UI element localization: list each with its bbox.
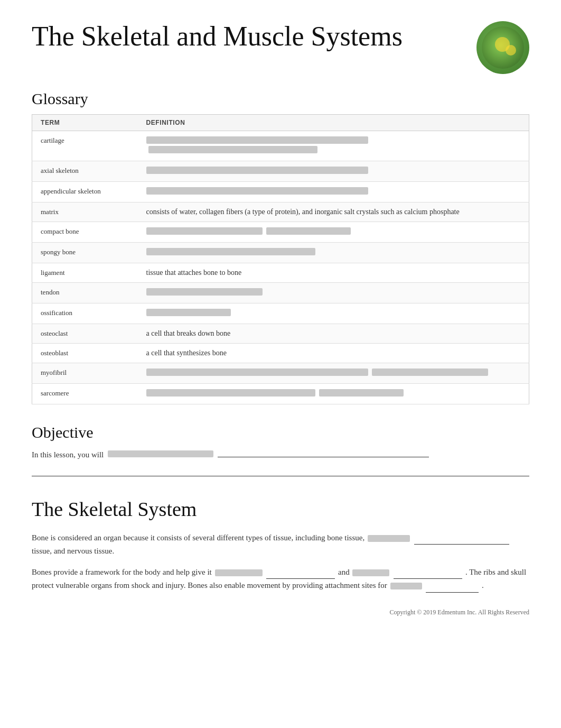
skeletal-paragraph-1: Bone is considered an organ because it c… <box>32 531 529 558</box>
blank-shape[interactable] <box>266 578 335 579</box>
table-row: sarcomere <box>32 384 529 404</box>
term-cell: cartilage <box>32 131 138 161</box>
table-row: ossification <box>32 303 529 324</box>
term-cell: compact bone <box>32 222 138 243</box>
definition-cell: consists of water, collagen fibers (a ty… <box>138 202 529 222</box>
definition-cell <box>138 131 529 161</box>
blurred-definition-2 <box>266 227 351 235</box>
p2-text-mid: and <box>338 568 350 576</box>
table-row: ligament tissue that attaches bone to bo… <box>32 263 529 283</box>
skeletal-paragraph-2: Bones provide a framework for the body a… <box>32 566 529 593</box>
blurred-definition <box>146 309 231 316</box>
definition-cell: tissue that attaches bone to bone <box>138 263 529 283</box>
definition-cell: a cell that breaks down bone <box>138 324 529 344</box>
objective-prefix: In this lesson, you will <box>32 448 104 462</box>
blurred-definition <box>146 368 368 376</box>
blank-support[interactable] <box>394 578 462 579</box>
blurred-definition <box>146 288 263 296</box>
term-cell: axial skeleton <box>32 161 138 182</box>
definition-cell <box>138 182 529 202</box>
definition-cell <box>138 243 529 263</box>
blurred-definition <box>146 248 315 255</box>
table-row: appendicular skeleton <box>32 182 529 202</box>
definition-cell <box>138 384 529 404</box>
p2-text-start: Bones provide a framework for the body a… <box>32 568 212 576</box>
table-row: osteoclast a cell that breaks down bone <box>32 324 529 344</box>
table-row: matrix consists of water, collagen fiber… <box>32 202 529 222</box>
blurred-support <box>352 569 389 576</box>
column-term-header: TERM <box>32 115 138 131</box>
term-cell: osteoclast <box>32 324 138 344</box>
blurred-objective <box>108 450 213 457</box>
term-cell: myofibril <box>32 363 138 384</box>
term-cell: spongy bone <box>32 243 138 263</box>
term-cell: tendon <box>32 283 138 303</box>
term-cell: osteoblast <box>32 344 138 363</box>
page-header: The Skeletal and Muscle Systems <box>32 21 529 74</box>
table-row: spongy bone <box>32 243 529 263</box>
definition-cell: a cell that synthesizes bone <box>138 344 529 363</box>
definition-cell <box>138 303 529 324</box>
blurred-definition <box>146 136 368 144</box>
logo-image <box>476 21 529 74</box>
skeletal-title: The Skeletal System <box>32 497 529 521</box>
blurred-definition <box>146 227 263 235</box>
blurred-definition <box>146 167 368 174</box>
objective-section: Objective In this lesson, you will <box>32 423 529 476</box>
page-title: The Skeletal and Muscle Systems <box>32 21 403 51</box>
blurred-definition-2 <box>372 368 488 376</box>
objective-line: In this lesson, you will <box>32 448 529 469</box>
blurred-definition <box>146 187 368 195</box>
definition-cell <box>138 222 529 243</box>
blurred-definition-2 <box>319 389 404 397</box>
term-cell: sarcomere <box>32 384 138 404</box>
copyright: Copyright © 2019 Edmentum Inc. All Right… <box>32 609 529 616</box>
table-row: osteoblast a cell that synthesizes bone <box>32 344 529 363</box>
objective-title: Objective <box>32 423 529 441</box>
blurred-muscles <box>390 583 422 589</box>
p1-text-end: tissue, and nervous tissue. <box>32 547 114 555</box>
table-row: tendon <box>32 283 529 303</box>
glossary-section: Glossary TERM DEFINITION cartilage axial… <box>32 90 529 404</box>
copyright-text: Copyright © 2019 Edmentum Inc. All Right… <box>390 609 529 616</box>
glossary-title: Glossary <box>32 90 529 108</box>
blurred-shape <box>215 569 263 576</box>
column-definition-header: DEFINITION <box>138 115 529 131</box>
skeletal-section: The Skeletal System Bone is considered a… <box>32 497 529 593</box>
blurred-tissue-1 <box>368 535 410 542</box>
table-row: myofibril <box>32 363 529 384</box>
definition-cell <box>138 161 529 182</box>
term-cell: ossification <box>32 303 138 324</box>
definition-cell <box>138 363 529 384</box>
term-cell: matrix <box>32 202 138 222</box>
blank-tissue[interactable] <box>414 544 509 545</box>
objective-blank-1[interactable] <box>218 448 429 457</box>
glossary-table: TERM DEFINITION cartilage axial skeleton <box>32 114 529 404</box>
table-row: axial skeleton <box>32 161 529 182</box>
definition-cell <box>138 283 529 303</box>
blank-muscles[interactable] <box>426 592 479 593</box>
objective-blank-2 <box>32 476 529 476</box>
table-header-row: TERM DEFINITION <box>32 115 529 131</box>
term-cell: ligament <box>32 263 138 283</box>
table-row: cartilage <box>32 131 529 161</box>
blurred-definition-2 <box>148 146 317 153</box>
p1-text-start: Bone is considered an organ because it c… <box>32 533 364 542</box>
period: . <box>482 581 484 589</box>
blurred-definition <box>146 389 315 397</box>
term-cell: appendicular skeleton <box>32 182 138 202</box>
table-row: compact bone <box>32 222 529 243</box>
